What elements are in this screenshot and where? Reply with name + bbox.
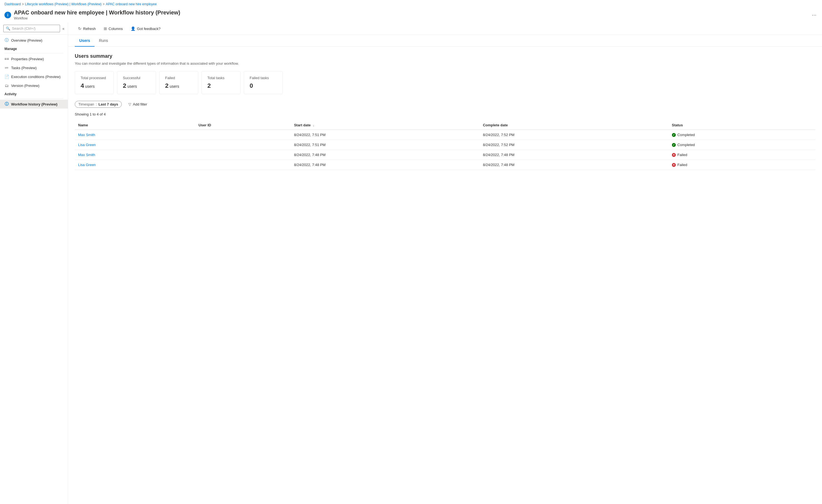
stat-total-tasks: Total tasks 2 bbox=[201, 71, 241, 94]
page-subtitle: Workflow bbox=[14, 16, 808, 20]
completed-icon bbox=[672, 133, 676, 137]
failed-icon bbox=[672, 153, 676, 157]
sidebar-collapse-button[interactable]: « bbox=[62, 26, 64, 31]
status-cell: Completed bbox=[669, 130, 815, 140]
users-table: Name User ID Start date ↓ Complete date … bbox=[75, 121, 815, 170]
stat-successful-label: Successful bbox=[123, 76, 150, 80]
tabs-bar: Users Runs bbox=[68, 35, 822, 47]
stat-total-processed-label: Total processed bbox=[81, 76, 108, 80]
showing-count: Showing 1 to 4 of 4 bbox=[75, 112, 815, 116]
section-title: Users summary bbox=[75, 53, 815, 59]
user-name-link[interactable]: Lisa Green bbox=[78, 143, 96, 147]
manage-section-label: Manage bbox=[0, 45, 68, 52]
section-description: You can monitor and investigate the diff… bbox=[75, 61, 815, 66]
stat-failed-tasks-value: 0 bbox=[250, 82, 277, 89]
start-date-cell: 8/24/2022, 7:48 PM bbox=[291, 150, 480, 160]
status-failed: Failed bbox=[672, 153, 812, 157]
tab-users[interactable]: Users bbox=[75, 35, 94, 47]
stat-failed-tasks: Failed tasks 0 bbox=[244, 71, 283, 94]
columns-icon: ⊞ bbox=[104, 26, 107, 31]
completed-icon bbox=[672, 143, 676, 147]
sidebar-item-execution[interactable]: 📄 Execution conditions (Preview) bbox=[0, 72, 68, 81]
status-completed: Completed bbox=[672, 143, 812, 147]
feedback-button[interactable]: 👤 Got feedback? bbox=[127, 25, 164, 32]
stat-total-processed: Total processed 4users bbox=[75, 71, 114, 94]
start-date-cell: 8/24/2022, 7:51 PM bbox=[291, 130, 480, 140]
content-body: Users summary You can monitor and invest… bbox=[68, 47, 822, 177]
breadcrumb-apac[interactable]: APAC onboard new hire employee bbox=[106, 2, 156, 6]
breadcrumb-sep-1: > bbox=[22, 2, 24, 6]
execution-icon: 📄 bbox=[4, 74, 9, 79]
page-title-area: APAC onboard new hire employee | Workflo… bbox=[14, 9, 808, 20]
table-row: Max Smith8/24/2022, 7:48 PM8/24/2022, 7:… bbox=[75, 150, 815, 160]
status-cell: Failed bbox=[669, 160, 815, 170]
user-name-link[interactable]: Max Smith bbox=[78, 133, 95, 137]
complete-date-cell: 8/24/2022, 7:52 PM bbox=[479, 130, 669, 140]
user-id-cell bbox=[195, 160, 291, 170]
stat-failed-label: Failed bbox=[165, 76, 192, 80]
user-name-link[interactable]: Max Smith bbox=[78, 153, 95, 157]
sidebar-nav: ⓘ Overview (Preview) Manage ≡≡ Propertie… bbox=[0, 35, 68, 110]
columns-button[interactable]: ⊞ Columns bbox=[100, 25, 126, 32]
start-date-cell: 8/24/2022, 7:51 PM bbox=[291, 140, 480, 150]
manage-divider bbox=[4, 53, 63, 53]
col-completedate[interactable]: Complete date bbox=[479, 121, 669, 130]
feedback-icon: 👤 bbox=[131, 26, 135, 31]
user-name-link[interactable]: Lisa Green bbox=[78, 163, 96, 167]
sidebar-item-overview[interactable]: ⓘ Overview (Preview) bbox=[0, 36, 68, 45]
info-icon: ⓘ bbox=[4, 38, 9, 42]
timespan-label: Timespan bbox=[78, 102, 94, 106]
version-icon: 🗂 bbox=[4, 83, 9, 88]
sidebar-item-properties[interactable]: ≡≡ Properties (Preview) bbox=[0, 54, 68, 63]
page-info-icon: i bbox=[4, 12, 11, 18]
timespan-value: Last 7 days bbox=[98, 102, 118, 106]
tasks-icon: ≔ bbox=[4, 66, 9, 70]
status-failed: Failed bbox=[672, 163, 812, 167]
page-header: i APAC onboard new hire employee | Workf… bbox=[0, 8, 822, 22]
col-userid[interactable]: User ID bbox=[195, 121, 291, 130]
complete-date-cell: 8/24/2022, 7:48 PM bbox=[479, 160, 669, 170]
col-startdate[interactable]: Start date ↓ bbox=[291, 121, 480, 130]
sort-icon: ↓ bbox=[313, 124, 314, 127]
sidebar-item-workflow-history[interactable]: ⓘ Workflow history (Preview) bbox=[0, 100, 68, 109]
workflow-history-icon: ⓘ bbox=[4, 102, 9, 106]
stats-row: Total processed 4users Successful 2users… bbox=[75, 71, 815, 94]
table-row: Lisa Green8/24/2022, 7:48 PM8/24/2022, 7… bbox=[75, 160, 815, 170]
tab-runs[interactable]: Runs bbox=[94, 35, 112, 47]
user-id-cell bbox=[195, 150, 291, 160]
complete-date-cell: 8/24/2022, 7:48 PM bbox=[479, 150, 669, 160]
status-cell: Failed bbox=[669, 150, 815, 160]
filter-icon: ▽ bbox=[128, 102, 131, 106]
start-date-cell: 8/24/2022, 7:48 PM bbox=[291, 160, 480, 170]
breadcrumb-sep-2: > bbox=[102, 2, 104, 6]
sidebar-item-version[interactable]: 🗂 Version (Preview) bbox=[0, 81, 68, 90]
breadcrumb-lifecycle[interactable]: Lifecycle workflows (Preview) | Workflow… bbox=[25, 2, 102, 6]
refresh-button[interactable]: ↻ Refresh bbox=[75, 25, 99, 32]
sidebar: 🔍 Search (Ctrl+/) « ⓘ Overview (Preview)… bbox=[0, 22, 68, 504]
user-id-cell bbox=[195, 130, 291, 140]
activity-section-label: Activity bbox=[0, 90, 68, 97]
page-title: APAC onboard new hire employee | Workflo… bbox=[14, 9, 808, 16]
timespan-filter[interactable]: Timespan : Last 7 days bbox=[75, 101, 122, 108]
failed-icon bbox=[672, 163, 676, 167]
sidebar-item-tasks[interactable]: ≔ Tasks (Preview) bbox=[0, 63, 68, 72]
complete-date-cell: 8/24/2022, 7:52 PM bbox=[479, 140, 669, 150]
table-row: Max Smith8/24/2022, 7:51 PM8/24/2022, 7:… bbox=[75, 130, 815, 140]
col-name[interactable]: Name bbox=[75, 121, 195, 130]
content-area: ↻ Refresh ⊞ Columns 👤 Got feedback? User… bbox=[68, 22, 822, 504]
table-row: Lisa Green8/24/2022, 7:51 PM8/24/2022, 7… bbox=[75, 140, 815, 150]
status-completed: Completed bbox=[672, 133, 812, 137]
status-cell: Completed bbox=[669, 140, 815, 150]
activity-divider bbox=[4, 98, 63, 99]
stat-total-processed-value: 4users bbox=[81, 82, 108, 89]
search-placeholder: Search (Ctrl+/) bbox=[12, 26, 36, 31]
stat-successful-value: 2users bbox=[123, 82, 150, 89]
search-input[interactable]: 🔍 Search (Ctrl+/) bbox=[3, 25, 60, 32]
add-filter-button[interactable]: ▽ Add filter bbox=[125, 101, 150, 107]
breadcrumb: Dashboard > Lifecycle workflows (Preview… bbox=[0, 0, 822, 8]
more-options-button[interactable]: ··· bbox=[811, 11, 818, 19]
breadcrumb-dashboard[interactable]: Dashboard bbox=[4, 2, 21, 6]
col-status[interactable]: Status bbox=[669, 121, 815, 130]
stat-total-tasks-value: 2 bbox=[208, 82, 235, 89]
status-label: Failed bbox=[678, 163, 687, 167]
